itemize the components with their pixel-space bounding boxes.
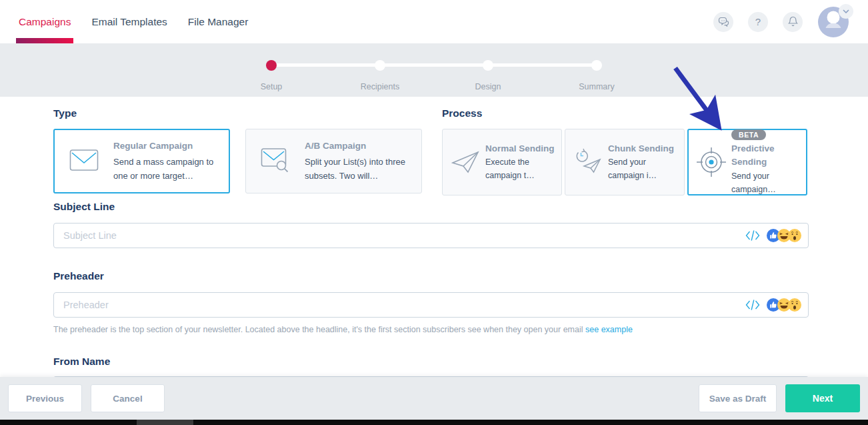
card-title: Regular Campaign xyxy=(113,139,229,153)
next-button[interactable]: Next xyxy=(785,384,860,412)
card-description: Execute the campaign t… xyxy=(485,155,557,183)
step-dot[interactable] xyxy=(483,60,493,71)
card-chunk-sending[interactable]: Chunk Sending Send your campaign i… xyxy=(565,129,685,195)
stepper-band: Setup Recipients Design Summary xyxy=(0,43,868,97)
beta-badge: BETA xyxy=(731,129,766,140)
step-label: Recipients xyxy=(340,82,420,91)
card-predictive-sending[interactable]: BETA Predictive Sending Send your campai… xyxy=(687,129,807,195)
stepper: Setup Recipients Design Summary xyxy=(271,43,597,97)
envelope-icon xyxy=(69,148,99,175)
personalization-tag-icon[interactable] xyxy=(745,230,760,242)
step-dot[interactable] xyxy=(266,60,277,71)
card-text: Normal Sending Execute the campaign t… xyxy=(485,142,557,183)
subject-heading: Subject Line xyxy=(53,201,809,213)
step-label: Setup xyxy=(231,82,311,91)
subject-input-icons xyxy=(745,224,801,248)
from-name-heading: From Name xyxy=(53,356,809,368)
nav-icons: ? xyxy=(713,0,849,43)
preheader-input-icons xyxy=(745,293,801,317)
card-title: A/B Campaign xyxy=(305,139,421,153)
preheader-heading: Preheader xyxy=(53,270,809,282)
card-title: Normal Sending xyxy=(485,142,557,155)
top-nav: Campaigns Email Templates File Manager xyxy=(0,0,868,43)
card-text: A/B Campaign Split your List(s) into thr… xyxy=(305,139,421,182)
step-label: Design xyxy=(448,82,528,91)
subject-section: Subject Line xyxy=(53,201,809,248)
nav-item-label: Campaigns xyxy=(19,16,71,28)
wow-emoji-icon[interactable] xyxy=(788,229,801,242)
card-normal-sending[interactable]: Normal Sending Execute the campaign t… xyxy=(442,129,562,195)
type-heading: Type xyxy=(53,107,421,119)
nav-item-label: File Manager xyxy=(188,16,248,28)
chevron-down-icon[interactable] xyxy=(839,4,853,19)
envelope-search-icon xyxy=(261,147,290,176)
clock-plane-icon xyxy=(572,147,604,177)
help-glyph: ? xyxy=(755,16,761,27)
target-icon xyxy=(695,147,727,177)
subject-input[interactable] xyxy=(54,224,735,248)
footer-right: Save as Draft Next xyxy=(699,384,868,412)
paper-plane-icon xyxy=(449,149,481,175)
nav-item-file-manager[interactable]: File Manager xyxy=(188,0,248,43)
preheader-helper: The preheader is the top section of your… xyxy=(53,325,809,334)
help-icon[interactable]: ? xyxy=(748,12,768,32)
process-heading: Process xyxy=(442,107,809,119)
wow-emoji-icon[interactable] xyxy=(788,298,801,312)
card-description: Split your List(s) into three subsets. T… xyxy=(305,155,421,183)
campaign-setup-page: Campaigns Email Templates File Manager xyxy=(0,0,868,425)
stepper-line xyxy=(271,63,597,67)
taskbar-strip xyxy=(0,420,868,425)
card-text: Chunk Sending Send your campaign i… xyxy=(608,142,680,183)
preheader-section: Preheader xyxy=(53,270,809,334)
save-as-draft-button[interactable]: Save as Draft xyxy=(699,384,777,412)
card-ab-campaign[interactable]: A/B Campaign Split your List(s) into thr… xyxy=(245,129,422,193)
preheader-input-wrap xyxy=(53,292,809,318)
preheader-helper-text: The preheader is the top section of your… xyxy=(53,325,585,334)
active-tab-underline xyxy=(16,38,73,43)
bell-icon[interactable] xyxy=(783,12,803,32)
process-section: Process Normal Sending Execute the campa… xyxy=(442,107,809,195)
type-section: Type Regular Campaign Send a mass campai… xyxy=(53,107,421,193)
card-description: Send your campaign… xyxy=(731,169,803,197)
process-cards: Normal Sending Execute the campaign t… C… xyxy=(442,129,809,195)
step-label: Summary xyxy=(557,82,637,91)
nav-item-email-templates[interactable]: Email Templates xyxy=(91,0,167,43)
cancel-button[interactable]: Cancel xyxy=(91,384,165,412)
card-title: Predictive Sending xyxy=(731,142,803,169)
preheader-input[interactable] xyxy=(54,293,735,317)
card-description: Send a mass campaign to one or more targ… xyxy=(113,155,229,183)
type-cards: Regular Campaign Send a mass campaign to… xyxy=(53,129,421,193)
nav-item-label: Email Templates xyxy=(91,16,167,28)
card-regular-campaign[interactable]: Regular Campaign Send a mass campaign to… xyxy=(53,129,230,193)
user-menu[interactable] xyxy=(817,6,849,38)
personalization-tag-icon[interactable] xyxy=(745,299,760,311)
taskbar-segment xyxy=(137,420,193,425)
nav-items: Campaigns Email Templates File Manager xyxy=(19,0,248,43)
card-text: BETA Predictive Sending Send your campai… xyxy=(731,128,803,196)
see-example-link[interactable]: see example xyxy=(585,325,633,334)
card-description: Send your campaign i… xyxy=(608,155,680,183)
step-dot[interactable] xyxy=(591,60,602,71)
footer-bar: Previous Cancel Save as Draft Next xyxy=(0,377,868,420)
previous-button[interactable]: Previous xyxy=(8,384,82,412)
subject-input-wrap xyxy=(53,223,809,248)
nav-item-campaigns[interactable]: Campaigns xyxy=(19,0,71,43)
card-text: Regular Campaign Send a mass campaign to… xyxy=(113,139,229,182)
step-dot[interactable] xyxy=(375,60,385,71)
card-title: Chunk Sending xyxy=(608,142,680,155)
chat-icon[interactable] xyxy=(713,12,733,32)
